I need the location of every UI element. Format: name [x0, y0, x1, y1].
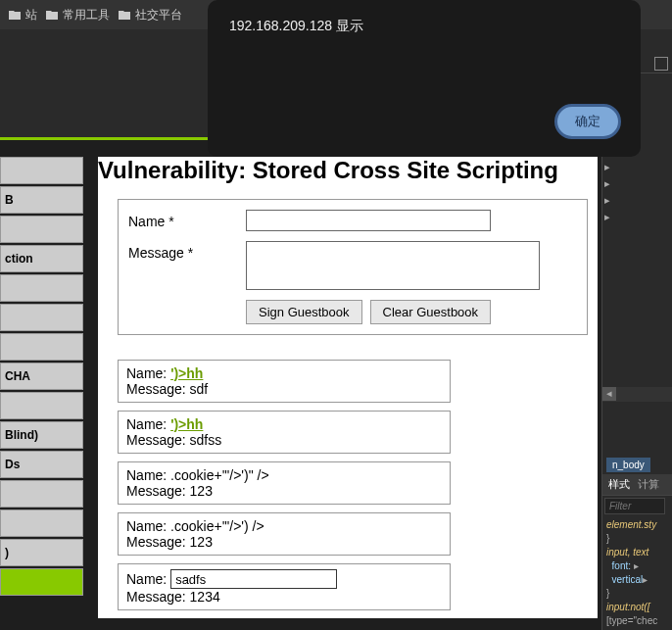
tree-arrow-icon[interactable]: ▸	[604, 194, 670, 207]
sidebar-item[interactable]: CHA	[0, 363, 83, 390]
bookmark-label: 站	[25, 7, 37, 24]
code-line: }	[606, 532, 668, 546]
tree-arrow-icon[interactable]: ▸	[604, 177, 670, 190]
sidebar-item[interactable]: B	[0, 186, 83, 214]
entry-message-line: Message: 123	[126, 534, 442, 550]
sidebar-item[interactable]: )	[0, 539, 83, 566]
code-line: input:not([	[606, 601, 668, 614]
entry-name-link[interactable]: ')>hh	[170, 416, 203, 432]
sidebar-item[interactable]	[0, 274, 83, 302]
devtools-tabs: 样式 计算	[602, 474, 672, 496]
guestbook-entry: Name: .cookie+'"/>')" />Message: 123	[118, 461, 451, 505]
devtools-dock-icon[interactable]	[654, 57, 668, 71]
sidebar-item[interactable]	[0, 480, 83, 508]
devtools-scrollbar[interactable]: ◂	[602, 387, 672, 402]
scroll-left-icon[interactable]: ◂	[602, 387, 616, 401]
main-content: Vulnerability: Stored Cross Site Scripti…	[98, 157, 598, 618]
bookmark-label: 社交平台	[135, 7, 182, 24]
sidebar-item[interactable]	[0, 333, 83, 361]
alert-dialog: 192.168.209.128 显示 确定	[208, 0, 641, 157]
entry-message-line: Message: 1234	[126, 589, 442, 605]
devtools-code: element.sty}input, text font: ▸ vertical…	[602, 516, 672, 630]
sidebar-item[interactable]	[0, 568, 83, 596]
bookmark-item[interactable]: 社交平台	[118, 7, 182, 24]
tree-arrow-icon[interactable]: ▸	[604, 211, 670, 223]
alert-ok-button[interactable]: 确定	[554, 104, 621, 139]
guestbook-form: Name * Message * Sign Guestbook Clear Gu…	[118, 199, 588, 335]
sidebar-item[interactable]	[0, 157, 83, 184]
name-input[interactable]	[246, 210, 491, 231]
guestbook-entry: Name: Message: 1234	[118, 563, 451, 610]
guestbook-entry: Name: ')>hhMessage: sdf	[118, 360, 451, 403]
message-textarea[interactable]	[246, 241, 540, 290]
bookmark-item[interactable]: 站	[8, 7, 37, 24]
code-line: font: ▸	[606, 559, 668, 573]
tree-arrow-icon[interactable]: ▸	[604, 161, 670, 173]
tab-computed[interactable]: 计算	[638, 477, 659, 492]
entry-name-input[interactable]	[170, 569, 337, 589]
entry-message-line: Message: sdfss	[126, 432, 442, 448]
clear-guestbook-button[interactable]: Clear Guestbook	[370, 300, 492, 324]
bookmark-item[interactable]: 常用工具	[45, 7, 110, 24]
guestbook-entries: Name: ')>hhMessage: sdfName: ')>hhMessag…	[118, 360, 598, 610]
guestbook-entry: Name: ')>hhMessage: sdfss	[118, 411, 451, 454]
entry-name-line: Name:	[126, 569, 442, 589]
entry-name-line: Name: ')>hh	[126, 365, 442, 381]
folder-icon	[45, 8, 59, 22]
entry-name-line: Name: .cookie+'"/>')" />	[126, 467, 442, 483]
name-label: Name *	[128, 210, 246, 229]
sidebar-item[interactable]: Ds	[0, 451, 83, 478]
bookmark-label: 常用工具	[63, 7, 110, 24]
folder-icon	[8, 8, 22, 22]
entry-name-line: Name: ')>hh	[126, 416, 442, 432]
sidebar-item[interactable]	[0, 304, 83, 331]
code-line: element.sty	[606, 518, 668, 532]
sidebar-item[interactable]	[0, 509, 83, 537]
code-line: }	[606, 587, 668, 601]
sidebar-item[interactable]: Blind)	[0, 421, 83, 449]
devtools-breadcrumb[interactable]: n_body	[606, 458, 650, 472]
devtools-filter-input[interactable]	[604, 498, 665, 514]
sidebar-item[interactable]	[0, 392, 83, 419]
guestbook-entry: Name: .cookie+'"/>') />Message: 123	[118, 512, 451, 556]
folder-icon	[118, 8, 131, 22]
entry-message-line: Message: 123	[126, 483, 442, 499]
code-line: vertical▸	[606, 573, 668, 587]
sidebar-item[interactable]	[0, 216, 83, 243]
page-title: Vulnerability: Stored Cross Site Scripti…	[98, 157, 598, 184]
entry-name-link[interactable]: ')>hh	[170, 365, 203, 381]
sidebar-item[interactable]: ction	[0, 245, 83, 272]
code-line: input, text	[606, 546, 668, 559]
code-line: [type="chec	[606, 614, 668, 628]
entry-message-line: Message: sdf	[126, 381, 442, 397]
sign-guestbook-button[interactable]: Sign Guestbook	[246, 300, 362, 324]
sidebar-nav: BctionCHABlind)Ds)	[0, 157, 83, 598]
entry-name-line: Name: .cookie+'"/>') />	[126, 518, 442, 534]
alert-title: 192.168.209.128 显示	[229, 18, 619, 35]
tab-styles[interactable]: 样式	[608, 477, 630, 492]
message-label: Message *	[128, 241, 246, 261]
